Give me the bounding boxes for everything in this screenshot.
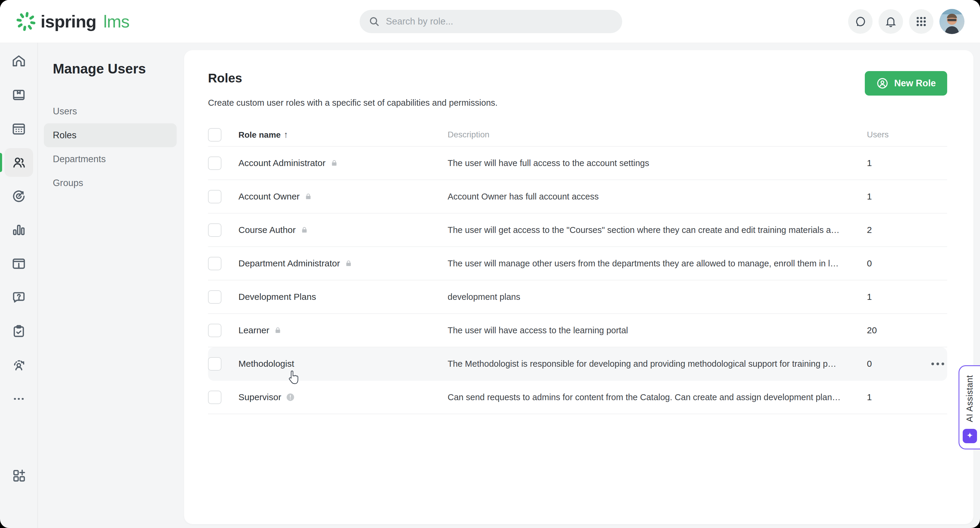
panel-nav: Users Roles Departments Groups <box>38 99 183 195</box>
select-all-checkbox[interactable] <box>208 128 221 142</box>
row-menu-button[interactable] <box>928 354 947 373</box>
app-window: ispringlms <box>0 0 980 528</box>
sidebar-item-more[interactable] <box>5 384 33 413</box>
app-launcher-button[interactable] <box>909 9 934 34</box>
table-header-row: Role name↑ Description Users <box>208 123 947 147</box>
sidebar-item-goals[interactable] <box>5 182 33 211</box>
logo-text: ispring <box>41 11 96 31</box>
chat-icon <box>854 15 867 28</box>
panel-item-groups[interactable]: Groups <box>38 171 183 195</box>
sidebar-item-courses[interactable] <box>5 81 33 109</box>
sidebar-rail <box>0 43 38 528</box>
bar-chart-icon <box>11 222 27 238</box>
manage-users-panel: Manage Users Users Roles Departments Gro… <box>38 43 183 528</box>
sort-asc-icon: ↑ <box>284 129 288 139</box>
page-body: Manage Users Users Roles Departments Gro… <box>0 43 980 528</box>
sidebar-item-addons[interactable] <box>5 461 33 490</box>
lock-icon <box>301 226 308 234</box>
book-icon <box>11 87 27 103</box>
row-checkbox[interactable] <box>208 156 221 170</box>
row-checkbox[interactable] <box>208 290 221 304</box>
column-header-users: Users <box>867 130 928 139</box>
sidebar-item-help[interactable] <box>5 283 33 312</box>
page-title: Roles <box>208 71 947 85</box>
more-ellipsis-icon <box>11 391 27 407</box>
table-row[interactable]: Development Plans development plans 1 <box>208 281 947 314</box>
target-arrow-icon <box>11 188 27 204</box>
column-header-role-name[interactable]: Role name↑ <box>239 129 448 140</box>
row-checkbox[interactable] <box>208 257 221 270</box>
lock-icon <box>345 260 352 267</box>
logo-lms-text: lms <box>103 11 129 31</box>
panel-item-departments[interactable]: Departments <box>38 147 183 171</box>
column-header-description: Description <box>448 130 867 139</box>
search-input[interactable] <box>386 16 613 27</box>
ispring-spark-icon <box>16 11 37 32</box>
page-subtitle: Create custom user roles with a specific… <box>208 98 947 108</box>
user-avatar[interactable] <box>939 9 964 34</box>
roles-content-card: Roles Create custom user roles with a sp… <box>184 50 974 524</box>
table-row[interactable]: Course Author The user will get access t… <box>208 214 947 247</box>
search-bar[interactable] <box>360 10 622 33</box>
sidebar-item-calendar[interactable] <box>5 114 33 143</box>
users-icon <box>11 155 27 170</box>
calendar-icon <box>11 121 27 137</box>
row-checkbox[interactable] <box>208 324 221 337</box>
new-role-label: New Role <box>894 78 936 89</box>
sidebar-item-home[interactable] <box>5 47 33 75</box>
chat-button[interactable] <box>848 9 873 34</box>
window-info-icon <box>11 256 27 271</box>
row-checkbox[interactable] <box>208 223 221 237</box>
row-checkbox[interactable] <box>208 190 221 203</box>
row-checkbox[interactable] <box>208 391 221 404</box>
table-row[interactable]: Department Administrator The user will m… <box>208 247 947 281</box>
sidebar-item-supervision[interactable] <box>5 351 33 379</box>
new-role-button[interactable]: New Role <box>865 71 947 96</box>
ai-assistant-label: AI Assistant <box>965 375 975 422</box>
help-bubble-icon <box>11 290 27 305</box>
ai-assistant-tab[interactable]: AI Assistant <box>959 365 980 450</box>
table-row[interactable]: Supervisor Can send requests to admins f… <box>208 381 947 414</box>
table-row[interactable]: Account Administrator The user will have… <box>208 147 947 180</box>
topbar-actions <box>848 9 980 34</box>
notifications-button[interactable] <box>878 9 903 34</box>
sidebar-item-reports[interactable] <box>5 215 33 244</box>
lock-icon <box>330 159 338 167</box>
ai-sparkle-icon <box>963 429 977 443</box>
topbar: ispringlms <box>0 0 980 43</box>
panel-item-users[interactable]: Users <box>38 99 183 123</box>
add-modules-icon <box>11 468 27 483</box>
sidebar-item-tasks[interactable] <box>5 317 33 346</box>
sidebar-item-info[interactable] <box>5 249 33 278</box>
sidebar-item-users[interactable] <box>5 148 33 177</box>
panel-item-roles[interactable]: Roles <box>44 123 177 147</box>
search-icon <box>369 16 380 27</box>
table-row[interactable]: Methodologist The Methodologist is respo… <box>208 347 947 381</box>
ispring-logo[interactable]: ispringlms <box>0 11 129 32</box>
table-row[interactable]: Learner The user will have access to the… <box>208 314 947 347</box>
info-icon <box>286 393 295 402</box>
roles-table: Role name↑ Description Users Account Adm… <box>208 123 947 414</box>
lock-icon <box>274 326 282 334</box>
table-row[interactable]: Account Owner Account Owner has full acc… <box>208 180 947 214</box>
home-icon <box>11 53 27 69</box>
row-checkbox[interactable] <box>208 357 221 371</box>
apps-grid-icon <box>915 16 927 27</box>
clipboard-check-icon <box>11 324 27 339</box>
bell-icon <box>885 15 897 28</box>
lock-icon <box>304 193 312 200</box>
person-360-icon <box>11 357 27 373</box>
new-role-person-icon <box>876 77 889 89</box>
panel-title: Manage Users <box>38 61 183 77</box>
